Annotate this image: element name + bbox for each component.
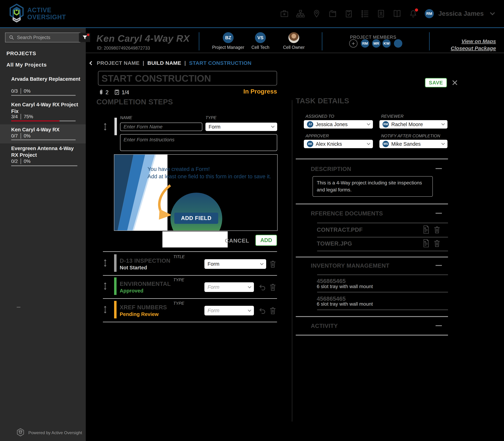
collapse-icon[interactable]	[436, 265, 442, 266]
knowledge-book-icon[interactable]	[393, 9, 402, 18]
sidebar-item-all-projects[interactable]: All My Projects	[6, 62, 47, 68]
member-avatar-photo[interactable]	[394, 39, 402, 48]
notify-select[interactable]: MS Mike Sandes	[379, 140, 447, 148]
cancel-button[interactable]: CANCEL	[225, 237, 249, 244]
brand-hexagon-icon	[9, 3, 24, 24]
step-color-bar	[115, 118, 117, 135]
project-progress-bar	[11, 121, 76, 121]
briefcase-icon[interactable]	[280, 9, 289, 18]
back-chevron-icon[interactable]	[89, 61, 93, 65]
role-cell-owner[interactable]: Cell Owner	[275, 32, 313, 50]
divider	[199, 32, 199, 50]
trash-icon[interactable]	[269, 260, 277, 268]
member-avatar[interactable]: RM	[361, 39, 369, 48]
approver-select[interactable]: AK Alex Knicks	[304, 140, 373, 148]
breadcrumb-build[interactable]: BUILD NAME	[147, 60, 181, 66]
trash-icon[interactable]	[433, 225, 441, 234]
user-avatar[interactable]: RM	[425, 9, 434, 18]
user-name[interactable]: Jessica James	[438, 10, 484, 17]
status-badge: In Progress	[98, 88, 277, 95]
clipboard-check-icon[interactable]	[344, 9, 353, 18]
step-status: Pending Review	[120, 311, 159, 317]
assigned-to-label: ASSIGNED TO	[306, 114, 334, 119]
collapse-icon[interactable]	[436, 168, 442, 169]
breadcrumb-project[interactable]: PROJECT NAME	[97, 60, 139, 66]
trash-icon[interactable]	[269, 306, 277, 315]
undo-icon[interactable]	[258, 306, 266, 315]
drag-handle-icon[interactable]	[102, 123, 108, 131]
divider	[317, 237, 448, 237]
member-avatar[interactable]: KW	[382, 39, 391, 48]
description-heading: DESCRIPTION	[311, 166, 351, 172]
collapse-icon[interactable]	[436, 213, 442, 214]
divider	[317, 275, 448, 275]
view-on-maps-link[interactable]: View on Maps	[442, 38, 496, 45]
collapse-icon[interactable]	[436, 325, 442, 326]
drag-handle-icon[interactable]	[102, 305, 108, 314]
field-label: TYPE	[173, 277, 184, 282]
step-name: D-13 INSPECTION	[120, 257, 170, 264]
reference-file[interactable]: TOWER.JPG	[317, 240, 352, 247]
chevron-down-icon	[248, 308, 251, 312]
brand-name: ACTIVE OVERSIGHT	[27, 7, 66, 21]
step-type-select[interactable]: Form	[204, 282, 254, 292]
trash-icon[interactable]	[433, 239, 441, 248]
close-icon[interactable]	[451, 79, 459, 86]
form-name-input[interactable]	[120, 123, 202, 131]
popup-message: You have created a Form! Add at least on…	[148, 166, 274, 180]
project-progress-bar	[11, 139, 76, 140]
task-details-heading: TASK DETAILS	[296, 97, 349, 105]
avatar: VS	[255, 32, 266, 43]
avatar: JJ	[307, 121, 313, 127]
project-progress-text: 0/30%	[11, 88, 31, 94]
location-pin-icon[interactable]	[312, 9, 321, 18]
undo-icon[interactable]	[258, 283, 266, 292]
form-instructions-textarea[interactable]	[120, 134, 277, 151]
divider	[429, 32, 430, 50]
task-title-input[interactable]	[98, 71, 277, 85]
add-field-button[interactable]: ADD FIELD	[174, 213, 218, 224]
projects-section-title: PROJECTS	[6, 50, 36, 56]
form-type-select[interactable]: Form	[206, 123, 277, 131]
step-status: Not Started	[120, 265, 147, 271]
breadcrumb: PROJECT NAME | BUILD NAME | START CONSTR…	[90, 60, 252, 66]
divider	[296, 257, 448, 257]
type-label: TYPE	[206, 115, 217, 120]
save-button[interactable]: SAVE	[425, 78, 447, 87]
folders-icon[interactable]	[328, 9, 337, 18]
document-preview-icon[interactable]	[422, 238, 430, 247]
member-avatar[interactable]: MR	[372, 39, 380, 48]
activity-heading: ACTIVITY	[311, 323, 338, 329]
add-button[interactable]: ADD	[255, 235, 277, 246]
reference-file[interactable]: CONTRACT.PDF	[317, 226, 363, 233]
breadcrumb-current: START CONSTRUCTION	[189, 60, 252, 66]
role-cell-tech[interactable]: VS Cell Tech	[241, 32, 280, 50]
divider	[317, 310, 448, 310]
drag-handle-icon[interactable]	[102, 282, 108, 290]
avatar: BZ	[223, 32, 234, 43]
reviewer-select[interactable]: RM Rachel Moore	[379, 120, 447, 128]
description-text[interactable]: This is a 4-Way project including site i…	[312, 176, 433, 197]
app-logo[interactable]: ACTIVE OVERSIGHT	[9, 3, 66, 24]
closeout-package-link[interactable]: Closeout Package	[442, 45, 496, 52]
step-type-select[interactable]: Form	[204, 306, 254, 315]
divider	[86, 53, 504, 53]
step-type-select[interactable]: Form	[204, 259, 266, 269]
document-preview-icon[interactable]	[422, 225, 430, 234]
project-members-label: PROJECT MEMBERS	[350, 35, 396, 40]
project-progress-bar	[11, 165, 77, 166]
assigned-to-select[interactable]: JJ Jessica Jones	[304, 120, 373, 128]
chevron-down-icon[interactable]	[490, 10, 495, 15]
org-chart-icon[interactable]	[296, 9, 305, 18]
trash-icon[interactable]	[269, 283, 277, 291]
task-list-icon[interactable]	[360, 9, 370, 18]
chevron-down-icon	[271, 124, 275, 128]
drag-handle-icon[interactable]	[102, 259, 108, 267]
contact-card-icon[interactable]	[376, 9, 385, 18]
add-member-button[interactable]: +	[349, 39, 357, 48]
notify-label: NOTIFY AFTER COMPLETION	[381, 133, 440, 138]
project-name: Arvada Battery Replacement	[11, 76, 81, 82]
notifications-bell-icon[interactable]	[409, 9, 418, 18]
divider	[296, 316, 448, 317]
search-input[interactable]	[17, 35, 79, 40]
